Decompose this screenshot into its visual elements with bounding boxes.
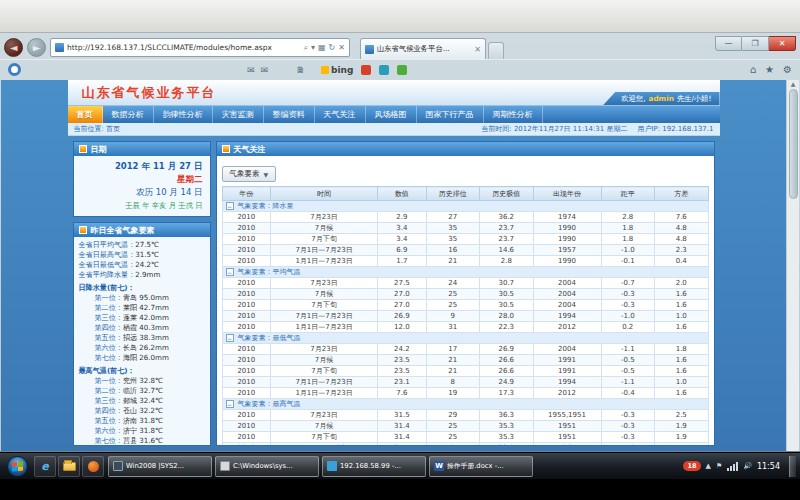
table-row[interactable]: 20107月下旬3.43523.719901.84.8 — [222, 234, 708, 245]
collapse-icon[interactable]: − — [226, 400, 234, 408]
stop-icon[interactable]: ✕ — [338, 43, 345, 52]
summary-value: 2.9mm — [135, 270, 160, 280]
col-value[interactable]: 数值 — [378, 187, 427, 201]
minimize-button[interactable]: — — [715, 36, 742, 51]
internet-explorer-icon[interactable]: e — [34, 456, 56, 477]
compatibility-icon[interactable]: ▦ — [318, 43, 326, 52]
table-row[interactable]: 20107月1日—7月23日6.91614.61957-1.02.3 — [222, 245, 708, 256]
rank-item: 第四位：苍山 32.2℃ — [79, 406, 205, 416]
table-row[interactable]: 20107月23日2.92736.219742.87.6 — [222, 212, 708, 223]
back-button[interactable]: ◄ — [4, 38, 23, 57]
favorites-star-icon[interactable]: ★ — [765, 64, 774, 75]
table-row[interactable]: 20107月23日31.52936.31955,1951-0.32.5 — [222, 410, 708, 421]
nav-item-6[interactable]: 风场格图 — [366, 106, 417, 123]
element-filter-button[interactable]: 气象要素 ▼ — [222, 166, 277, 182]
table-row[interactable]: 20107月下旬23.52126.61991-0.51.6 — [222, 366, 708, 377]
refresh-icon[interactable]: ↻ — [329, 43, 336, 52]
table-section-row[interactable]: −气象要素：最低气温 — [222, 333, 708, 344]
nav-item-8[interactable]: 周期性分析 — [484, 106, 543, 123]
col-time[interactable]: 时间 — [271, 187, 378, 201]
taskbar-button-label: 192.168.58.99 -... — [340, 462, 401, 470]
search-icon[interactable]: ⌕ — [304, 43, 308, 53]
taskbar-button-3[interactable]: W操作手册.docx -... — [429, 456, 533, 477]
notification-badge[interactable]: 18 — [683, 461, 700, 471]
nav-item-7[interactable]: 国家下行产品 — [417, 106, 484, 123]
collapse-icon[interactable]: − — [226, 202, 234, 210]
elements-panel: 昨日全省气象要素 全省日平均气温：27.5℃全省日最高气温：31.5℃全省日最低… — [73, 222, 211, 446]
taskbar-button-2[interactable]: 192.168.58.99 -... — [322, 456, 426, 477]
table-row[interactable]: 20101月1日—7月23日1.7212.81990-0.10.4 — [222, 256, 708, 267]
table-row[interactable]: 20107月候23.52126.61991-0.51.6 — [222, 355, 708, 366]
table-row[interactable]: 20107月1日—7月23日26.9928.01994-1.01.0 — [222, 311, 708, 322]
home-icon[interactable]: ⌂ — [750, 64, 756, 75]
nav-item-1[interactable]: 数据分析 — [103, 106, 154, 123]
tab-close-icon[interactable]: ✕ — [474, 45, 481, 54]
browser-toolbar-row: ◄ ► http://192.168.137.1/SLCCLIMATE/modu… — [0, 33, 800, 59]
table-section-row[interactable]: −气象要素：平均气温 — [222, 267, 708, 278]
nav-item-2[interactable]: 韵律性分析 — [154, 106, 213, 123]
table-row[interactable]: 20101月1日—7月23日7.61917.32012-0.41.6 — [222, 388, 708, 399]
table-row[interactable]: 20107月候3.43523.719901.84.8 — [222, 223, 708, 234]
app-shortcut-teal-icon[interactable] — [379, 65, 389, 75]
collapse-icon[interactable]: − — [226, 268, 234, 276]
table-section-row[interactable]: −气象要素：最高气温 — [222, 399, 708, 410]
weather-focus-panel: 天气关注 气象要素 ▼ — [216, 141, 715, 446]
hidden-icons-arrow[interactable]: ▲ — [706, 462, 711, 470]
volume-icon[interactable]: 🔊 — [743, 462, 752, 470]
table-row[interactable]: 20101月1日—7月23日12.03122.320120.21.6 — [222, 322, 708, 333]
forward-button[interactable]: ► — [27, 38, 46, 57]
col-year[interactable]: 年份 — [222, 187, 271, 201]
scroll-up-icon[interactable]: ▲ — [791, 80, 796, 87]
ganzhi-line: 壬辰 年 辛亥 月 壬戌 日 — [81, 199, 203, 212]
tab-favicon-icon — [365, 45, 374, 54]
table-row[interactable]: 20107月下旬27.02530.52004-0.31.6 — [222, 300, 708, 311]
url-text[interactable]: http://192.168.137.1/SLCCLIMATE/modules/… — [67, 43, 301, 52]
site-logo-icon[interactable] — [8, 63, 21, 76]
table-row[interactable]: 20107月1日—7月23日31.5933.01967-1.01.1 — [222, 443, 708, 446]
browser-right-buttons: ⌂ ★ ⚙ — [750, 64, 792, 75]
scrollbar-thumb[interactable] — [789, 89, 798, 199]
app-shortcut-green-icon[interactable] — [397, 65, 407, 75]
col-extreme-year[interactable]: 出现年份 — [533, 187, 601, 201]
show-desktop-button[interactable] — [789, 456, 796, 477]
app-shortcut-red-icon[interactable] — [361, 65, 371, 75]
col-rank[interactable]: 历史排位 — [426, 187, 479, 201]
action-center-icon[interactable]: ⚑ — [716, 462, 722, 470]
table-row[interactable]: 20107月1日—7月23日23.1824.91994-1.11.0 — [222, 377, 708, 388]
nav-item-4[interactable]: 整编资料 — [264, 106, 315, 123]
tab-strip: 山东省气候业务平台... ✕ — [354, 36, 711, 59]
nav-item-0[interactable]: 首页 — [68, 106, 103, 123]
collapse-icon[interactable]: − — [226, 334, 234, 342]
mail2-icon[interactable]: ✉ — [261, 65, 269, 75]
address-dropdown-icon[interactable]: ▾ — [311, 43, 315, 52]
col-variance[interactable]: 方差 — [654, 187, 708, 201]
settings-gear-icon[interactable]: ⚙ — [783, 64, 792, 75]
start-button[interactable] — [7, 456, 28, 477]
col-anomaly[interactable]: 距平 — [601, 187, 654, 201]
maximize-button[interactable]: ❐ — [742, 36, 769, 51]
explorer-folder-icon[interactable] — [58, 456, 80, 477]
address-bar[interactable]: http://192.168.137.1/SLCCLIMATE/modules/… — [50, 38, 350, 57]
clock[interactable]: 11:54 — [757, 462, 780, 471]
table-row[interactable]: 20107月候27.02530.52004-0.31.6 — [222, 289, 708, 300]
table-row[interactable]: 20107月23日27.52430.72004-0.72.0 — [222, 278, 708, 289]
mail-icon[interactable]: ✉ — [247, 65, 255, 75]
table-row[interactable]: 20107月下旬31.42535.31951-0.31.9 — [222, 432, 708, 443]
nav-item-3[interactable]: 灾害监测 — [213, 106, 264, 123]
browser-tab[interactable]: 山东省气候业务平台... ✕ — [360, 38, 486, 59]
taskbar-button-0[interactable]: Win2008 |SYS2... — [108, 456, 212, 477]
vertical-scrollbar[interactable]: ▲ — [786, 80, 799, 451]
table-row[interactable]: 20107月候31.42535.31951-0.31.9 — [222, 421, 708, 432]
col-extreme[interactable]: 历史极值 — [480, 187, 533, 201]
document-icon[interactable]: 🗎 — [296, 65, 305, 75]
taskbar-button-1[interactable]: C:\Windows\sys... — [215, 456, 319, 477]
close-button[interactable]: ✕ — [769, 36, 796, 51]
network-icon[interactable] — [727, 462, 738, 471]
bing-logo[interactable]: bing — [321, 65, 353, 75]
new-tab-button[interactable] — [488, 42, 504, 59]
rank-value: 长岛 26.2mm — [123, 343, 169, 353]
table-section-row[interactable]: −气象要素：降水量 — [222, 201, 708, 212]
table-row[interactable]: 20107月23日24.21726.92004-1.11.8 — [222, 344, 708, 355]
nav-item-5[interactable]: 天气关注 — [315, 106, 366, 123]
media-player-icon[interactable] — [82, 456, 104, 477]
